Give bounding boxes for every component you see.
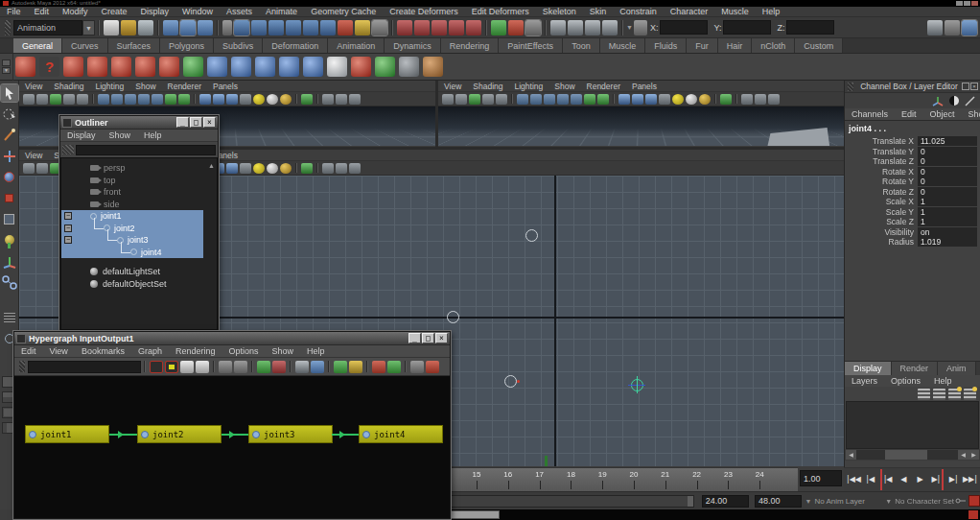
menu-character[interactable]: Character <box>664 7 715 16</box>
snap-view-plane-icon[interactable] <box>303 20 318 35</box>
grease-pencil-icon[interactable] <box>496 94 507 105</box>
screen-space-ao-icon[interactable] <box>280 163 292 174</box>
select-hierarchy-icon[interactable] <box>163 20 178 35</box>
channels-menu[interactable]: Channels <box>845 109 895 119</box>
universal-manipulator-tool[interactable] <box>1 211 18 228</box>
toggle-connection-style-icon[interactable] <box>311 361 324 373</box>
render-clapper-icon[interactable] <box>568 20 583 35</box>
shelf-tab-dynamics[interactable]: Dynamics <box>385 38 441 53</box>
add-bookmark-icon[interactable] <box>257 361 270 373</box>
menu-window[interactable]: Window <box>175 7 220 16</box>
show-channel-box-icon[interactable] <box>962 20 977 35</box>
hg-menu-options[interactable]: Options <box>222 346 265 356</box>
viewport-menu-lighting[interactable]: Lighting <box>89 82 129 91</box>
attr-value[interactable]: 1 <box>918 207 977 217</box>
render-current-frame-icon[interactable] <box>508 20 524 35</box>
outliner-item-top[interactable]: top <box>61 175 217 187</box>
open-scene-icon[interactable] <box>121 20 136 35</box>
channel-box-grip[interactable] <box>848 83 853 91</box>
outliner-item-persp[interactable]: persp <box>61 162 217 175</box>
menu-muscle[interactable]: Muscle <box>714 7 756 16</box>
object-menu[interactable]: Object <box>923 109 962 119</box>
minimize-icon[interactable] <box>956 1 963 6</box>
safe-action-icon[interactable] <box>165 94 176 105</box>
outliner-search-input[interactable] <box>76 145 216 155</box>
shelf-icon[interactable] <box>87 57 107 77</box>
menu-create-deformers[interactable]: Create Deformers <box>383 7 465 16</box>
grease-pencil-icon[interactable] <box>77 94 88 105</box>
image-plane-icon[interactable] <box>50 94 61 105</box>
xray-joints-icon[interactable] <box>755 94 766 105</box>
ipr-render-icon[interactable] <box>525 20 541 35</box>
render-settings-icon[interactable] <box>550 20 566 35</box>
speed-control-icon[interactable] <box>949 96 959 106</box>
help-menu[interactable]: Help <box>927 376 959 386</box>
viewport-persp-small[interactable]: View Shading Lighting Show Renderer Pane… <box>438 81 844 147</box>
exposure-icon[interactable] <box>349 163 361 174</box>
shadows-icon[interactable] <box>267 94 278 105</box>
viewport-menu-view[interactable]: View <box>19 151 48 160</box>
step-back-key-button[interactable]: |◀ <box>880 469 895 490</box>
exposure-icon[interactable] <box>349 94 361 105</box>
hypergraph-close-icon[interactable]: × <box>435 333 448 343</box>
maximize-icon[interactable] <box>964 1 970 6</box>
edit-bookmark-icon[interactable] <box>272 361 286 373</box>
scroll-left2-icon[interactable]: ◀ <box>958 450 968 460</box>
menu-skin[interactable]: Skin <box>583 7 614 16</box>
show-connected-nodes-icon[interactable] <box>387 361 401 373</box>
anim-layer-selector[interactable]: No Anim Layer <box>814 497 882 506</box>
shadows-icon[interactable] <box>267 163 278 174</box>
isolate-select-icon[interactable] <box>301 163 313 174</box>
collapse-icon[interactable]: − <box>64 236 72 244</box>
make-live-icon[interactable] <box>320 20 336 35</box>
shelf-tab-painteffects[interactable]: PaintEffects <box>499 38 563 53</box>
shadows-icon[interactable] <box>686 94 697 105</box>
hg-menu-rendering[interactable]: Rendering <box>169 346 222 356</box>
hg-menu-bookmarks[interactable]: Bookmarks <box>75 346 131 356</box>
hypergraph-node-joint1[interactable]: joint1 <box>25 425 109 443</box>
menu-geometry-cache[interactable]: Geometry Cache <box>304 7 383 16</box>
shaded-icon[interactable] <box>632 94 643 105</box>
attr-value[interactable]: on <box>918 227 977 237</box>
lighting-icon[interactable] <box>672 94 684 105</box>
safe-title-icon[interactable] <box>597 94 609 105</box>
save-scene-icon[interactable] <box>138 20 153 35</box>
scale-tool[interactable] <box>1 190 18 207</box>
step-forward-frame-button[interactable]: ▶| <box>946 469 961 490</box>
outliner-item-front[interactable]: front <box>61 186 217 199</box>
screen-space-ao-icon[interactable] <box>699 94 711 105</box>
float-panel-icon[interactable] <box>962 83 969 90</box>
viewport-menu-panels[interactable]: Panels <box>626 82 663 91</box>
shelf-tab-ncloth[interactable]: nCloth <box>752 38 795 53</box>
scroll-left-icon[interactable]: ◀ <box>846 450 856 460</box>
lasso-select-tool[interactable] <box>1 106 18 123</box>
menu-edit[interactable]: Edit <box>28 7 57 16</box>
outliner-filter-icon[interactable] <box>62 145 74 154</box>
shelf-icon[interactable] <box>207 57 227 77</box>
bookmark-icon[interactable] <box>36 163 48 174</box>
outliner-maximize-icon[interactable]: □ <box>190 117 202 128</box>
viewport-menu-show[interactable]: Show <box>129 82 161 91</box>
joint-tool[interactable] <box>1 274 18 292</box>
xray-icon[interactable] <box>322 94 334 105</box>
attr-value[interactable]: 0 <box>918 177 977 186</box>
menu-display[interactable]: Display <box>134 7 176 16</box>
outliner-minimize-icon[interactable]: _ <box>176 117 189 128</box>
animation-end-field[interactable]: 48.00 <box>755 495 802 508</box>
layer-tab-anim[interactable]: Anim <box>938 362 976 375</box>
shelf-tab-custom[interactable]: Custom <box>795 38 843 53</box>
outliner-item-defaultlightset[interactable]: defaultLightSet <box>61 266 217 278</box>
hg-menu-edit[interactable]: Edit <box>14 346 43 356</box>
select-tool[interactable] <box>1 84 18 102</box>
quick-help-icon[interactable] <box>338 20 353 35</box>
go-to-start-button[interactable]: |◀◀ <box>847 469 861 490</box>
shelf-tab-muscle[interactable]: Muscle <box>600 38 646 53</box>
hypergraph-titlebar[interactable]: Hypergraph InputOutput1 _ □ × <box>14 332 450 345</box>
move-layer-down-icon[interactable] <box>933 389 945 400</box>
layout-freeform-icon[interactable] <box>219 361 232 373</box>
hg-menu-view[interactable]: View <box>43 346 75 356</box>
shelf-icon[interactable] <box>63 57 83 77</box>
new-scene-icon[interactable] <box>104 20 119 35</box>
options-menu[interactable]: Options <box>884 376 927 386</box>
show-unconnected-nodes-icon[interactable] <box>372 361 385 373</box>
